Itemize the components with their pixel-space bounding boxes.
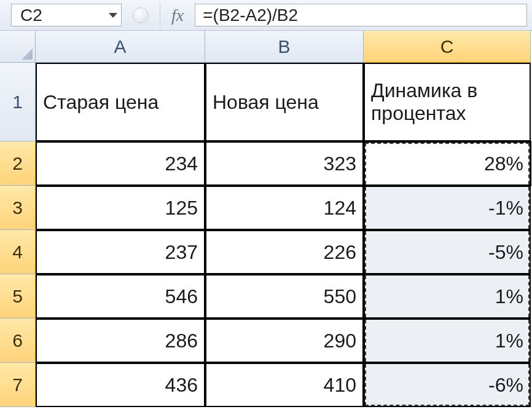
row-header-1[interactable]: 1: [0, 63, 36, 141]
cell-B1[interactable]: Новая цена: [205, 63, 364, 141]
cell-A6[interactable]: 286: [36, 319, 205, 363]
col-header-B[interactable]: B: [205, 31, 364, 63]
cell-text: 226: [324, 241, 356, 264]
cell-text: -5%: [488, 241, 523, 264]
cell-C6[interactable]: 1%: [364, 319, 531, 363]
row-header-5[interactable]: 5: [0, 274, 36, 319]
cell-C2[interactable]: 28%: [364, 141, 531, 186]
row-header-6[interactable]: 6: [0, 319, 36, 363]
cell-text: 124: [324, 197, 356, 220]
col-header-C[interactable]: C: [364, 31, 531, 63]
cell-B5[interactable]: 550: [205, 274, 364, 319]
cell-text: 550: [324, 285, 356, 308]
cell-text: -6%: [488, 374, 523, 397]
cell-text: Старая цена: [43, 91, 158, 114]
row-header-4[interactable]: 4: [0, 230, 36, 274]
cell-A5[interactable]: 546: [36, 274, 205, 319]
formula-text: =(B2-A2)/B2: [203, 6, 298, 25]
name-box-value: C2: [20, 6, 105, 25]
cell-A2[interactable]: 234: [36, 141, 205, 186]
formula-bar: C2 fx =(B2-A2)/B2: [0, 0, 532, 31]
cell-B4[interactable]: 226: [205, 230, 364, 274]
cell-A7[interactable]: 436: [36, 363, 205, 407]
cell-B2[interactable]: 323: [205, 141, 364, 186]
cell-text: 410: [324, 374, 356, 397]
cell-text: 125: [165, 197, 198, 220]
fx-icon[interactable]: fx: [160, 3, 184, 28]
cell-B3[interactable]: 124: [205, 186, 364, 230]
cell-A4[interactable]: 237: [36, 230, 205, 274]
col-header-A[interactable]: A: [36, 31, 205, 63]
formula-input[interactable]: =(B2-A2)/B2: [195, 4, 527, 26]
name-box[interactable]: C2: [11, 4, 122, 26]
cell-B7[interactable]: 410: [205, 363, 364, 407]
cell-C3[interactable]: -1%: [364, 186, 531, 230]
cell-text: 237: [165, 241, 198, 264]
cell-text: Динамика в процентах: [371, 79, 523, 125]
cell-text: 1%: [495, 285, 523, 308]
cell-A3[interactable]: 125: [36, 186, 205, 230]
cell-C7[interactable]: -6%: [364, 363, 531, 407]
cell-B6[interactable]: 290: [205, 319, 364, 363]
cell-text: Новая цена: [213, 91, 319, 114]
cancel-icon: [133, 7, 149, 23]
cell-C4[interactable]: -5%: [364, 230, 531, 274]
chevron-down-icon[interactable]: [109, 13, 117, 18]
cell-text: 436: [165, 374, 198, 397]
cell-A1[interactable]: Старая цена: [36, 63, 205, 141]
cell-C1[interactable]: Динамика в процентах: [364, 63, 531, 141]
select-all-corner[interactable]: [0, 31, 36, 63]
row-header-7[interactable]: 7: [0, 363, 36, 407]
cell-text: -1%: [488, 197, 523, 220]
cell-text: 286: [165, 330, 198, 352]
cell-text: 1%: [495, 330, 523, 352]
cell-text: 546: [165, 285, 198, 308]
cell-text: 234: [165, 153, 198, 175]
cell-text: 323: [324, 153, 356, 175]
spreadsheet-grid[interactable]: A B C 1 Старая цена Новая цена Динамика …: [0, 31, 532, 407]
row-header-2[interactable]: 2: [0, 141, 36, 186]
cell-text: 28%: [484, 153, 523, 175]
row-header-3[interactable]: 3: [0, 186, 36, 230]
formula-controls: fx: [122, 0, 195, 30]
cell-text: 290: [324, 330, 356, 352]
cell-C5[interactable]: 1%: [364, 274, 531, 319]
